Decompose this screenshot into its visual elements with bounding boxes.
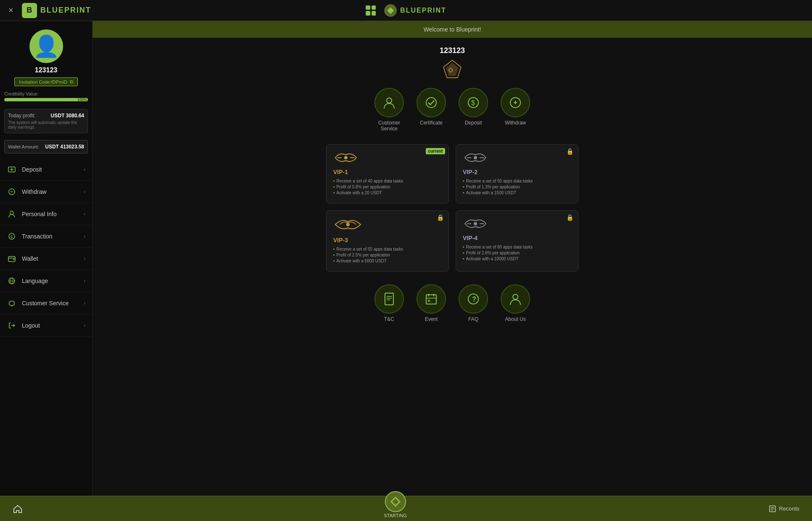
sidebar-item-language-label: Language [22,278,84,284]
faq-label: FAQ [468,316,478,322]
vip-card-1-feature-3: Activate with a 20 USDT [333,190,442,195]
profit-value: USDT 3080.64 [51,113,84,119]
vip-card-2-feature-1: Receive a set of 50 apps data tasks [463,179,571,183]
sidebar-arrow-language: › [84,278,85,284]
person-icon [7,209,17,219]
svg-text:$: $ [471,99,475,106]
transaction-icon: $ [7,231,17,241]
vip-cards-grid: current VIP-1 Receive a set of 40 apps d… [326,144,578,272]
sidebar-item-logout[interactable]: Logout › [0,315,92,337]
logo-icon: B [22,3,37,18]
credibility-section: Credibility Value: 100% [0,91,92,101]
sidebar-item-wallet[interactable]: Wallet › [0,248,92,270]
deposit-circle-icon: $ [459,88,488,117]
profit-row: Today profit: USDT 3080.64 [8,113,84,119]
vip-card-3-feature-1: Receive a set of 55 apps data tasks [333,247,442,251]
vip-card-1-feature-2: Profit of 0.8% per application [333,185,442,189]
sidebar-item-withdraw[interactable]: Withdraw › [0,181,92,203]
event-label: Event [425,316,438,322]
wallet-value: USDT 413023.58 [45,144,84,150]
sidebar-item-customer-service[interactable]: Customer Service › [0,292,92,315]
svg-rect-31 [426,295,436,304]
svg-rect-35 [428,300,430,302]
sidebar-item-transaction-label: Transaction [22,233,84,240]
sidebar-arrow-personal: › [84,211,85,217]
vip-icon-customer-service[interactable]: CustomerService [374,88,404,132]
svg-point-10 [13,259,15,260]
vip-card-3-lock-icon: 🔒 [437,214,445,222]
vip-card-2[interactable]: 🔒 VIP-2 Receive a set of 50 apps data ta… [456,144,578,204]
vip-card-2-logo [463,151,571,165]
sidebar-item-transaction[interactable]: $ Transaction › [0,225,92,248]
bottom-icons-row: T&C Event ? FAQ [374,284,530,322]
profile-section: 123123 ◇ [440,46,465,79]
credibility-bar: 100% [4,98,88,101]
bottom-icon-faq[interactable]: ? FAQ [459,284,488,322]
profit-label: Today profit: [8,113,35,119]
vip-card-3-name: VIP-3 [333,237,442,243]
starting-icon [385,491,406,512]
starting-button[interactable]: STARTING [384,500,407,518]
bottom-icon-event[interactable]: Event [417,284,446,322]
svg-point-24 [474,156,477,159]
vip-card-3-feature-2: Profit of 2.5% per application [333,253,442,257]
grid-icon[interactable] [366,5,376,16]
svg-point-26 [474,222,477,225]
vip-icon-certificate-label: Certificate [420,120,443,126]
service-icon [7,298,17,308]
records-icon [768,505,777,513]
sidebar-arrow-deposit: › [84,167,85,172]
bottom-icon-about-us[interactable]: About Us [501,284,530,322]
vip-icon-deposit[interactable]: $ Deposit [459,88,488,132]
wallet-inner: Wallet Amount: USDT 413023.58 [4,140,88,153]
vip-card-3[interactable]: 🔒 VIP-3 Receive a set of 55 apps data ta… [326,210,449,272]
tandc-label: T&C [384,316,394,322]
vip-icon-withdraw[interactable]: Withdraw [501,88,530,132]
records-button[interactable]: Records [768,505,799,513]
profit-desc: The system will automatic update the dai… [8,120,84,130]
vip-card-4[interactable]: 🔒 VIP-4 Receive a set of 60 apps data ta… [456,210,578,272]
vip-icon-customer-service-label: CustomerService [378,120,400,132]
records-label: Records [779,505,799,512]
vip-card-4-feature-1: Receive a set of 60 apps data tasks [463,245,571,249]
vip-icon-certificate[interactable]: Certificate [417,88,446,132]
invitation-code-text: Invitation Code:fDPmiD [19,79,67,85]
sidebar-item-personal-info[interactable]: Personal Info › [0,203,92,225]
home-button[interactable] [13,504,23,514]
avatar: 👤 [29,29,63,63]
sidebar-arrow-logout: › [84,323,85,328]
withdraw-icon [7,187,17,197]
wallet-box: Wallet Amount: USDT 413023.58 [0,140,92,153]
customer-service-circle-icon [374,88,404,117]
svg-text:◇: ◇ [448,66,454,73]
svg-text:?: ? [472,296,476,303]
vip-icon-deposit-label: Deposit [465,120,482,126]
vip-card-2-feature-3: Activate with a 1500 USDT [463,190,571,195]
logo2-icon [384,4,397,17]
sidebar-item-language[interactable]: Language › [0,270,92,292]
main-content: Welcome to Blueprint! 123123 ◇ Custo [93,21,812,496]
bottom-icon-tandc[interactable]: T&C [374,284,404,322]
bottom-bar: STARTING Records [0,496,812,521]
invitation-code[interactable]: Invitation Code:fDPmiD ⧉ [14,77,77,86]
vip-card-4-logo [463,217,571,231]
credibility-pct: 100% [77,98,88,101]
main-layout: 👤 123123 Invitation Code:fDPmiD ⧉ Credib… [0,21,812,496]
svg-marker-0 [387,7,394,14]
sidebar-item-wallet-label: Wallet [22,255,84,262]
language-icon [7,276,17,286]
vip-card-4-lock-icon: 🔒 [566,214,575,222]
vip-card-1-feature-1: Receive a set of 40 apps data tasks [333,179,442,183]
sidebar: 👤 123123 Invitation Code:fDPmiD ⧉ Credib… [0,21,93,496]
vip-card-4-feature-2: Profit of 2.8% per application [463,251,571,255]
sidebar-menu: Deposit › Withdraw › Personal Info › [0,159,92,337]
vip-card-1-name: VIP-1 [333,169,442,175]
sidebar-arrow-service: › [84,300,85,306]
vip-card-1[interactable]: current VIP-1 Receive a set of 40 apps d… [326,144,449,204]
close-button[interactable]: × [8,5,13,15]
sidebar-username: 123123 [35,66,57,74]
sidebar-arrow-withdraw: › [84,189,85,195]
sidebar-item-deposit[interactable]: Deposit › [0,159,92,181]
profit-box: Today profit: USDT 3080.64 The system wi… [0,106,92,137]
logout-icon [7,320,17,331]
